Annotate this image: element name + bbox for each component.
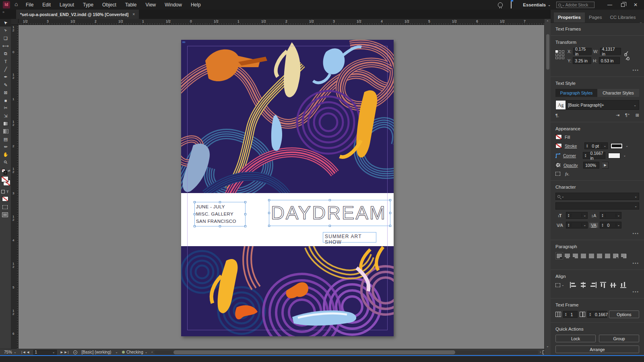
swap-fill-stroke-icon[interactable]: ⇄ (8, 169, 10, 173)
apply-to-icon[interactable] (2, 205, 8, 209)
lock-button[interactable]: Lock (555, 335, 596, 342)
new-style-icon[interactable]: ⊞ (636, 113, 639, 118)
scroll-down-arrow[interactable]: ⌄ (546, 344, 549, 348)
stroke-weight-stepper[interactable]: ▲▼ 0 pt ⌄ (584, 142, 608, 149)
horizontal-scrollbar[interactable] (154, 350, 539, 354)
info-text-frame[interactable]: JUNE - JULY MISC. GALLERY SAN FRANCISCO (194, 202, 246, 226)
last-page-button[interactable]: ▶❘ (64, 350, 69, 354)
share-button[interactable] (511, 1, 512, 8)
justify-right-button[interactable] (596, 252, 603, 259)
previous-page-button[interactable]: ◀ (27, 350, 29, 354)
transform-more-options[interactable]: ••• (555, 68, 639, 72)
gradient-feather-tool[interactable] (0, 128, 11, 135)
menu-item[interactable]: Table (125, 2, 137, 8)
stroke-style-swatch[interactable] (611, 143, 623, 149)
preflight-profile[interactable]: [Basic] (working) (81, 350, 111, 354)
align-vertical-centers-button[interactable] (610, 282, 617, 288)
hand-tool[interactable]: ✋ (0, 151, 11, 158)
align-to-dropdown[interactable]: ⌄ (555, 283, 564, 287)
formatting-affects-container-icon[interactable] (1, 190, 5, 193)
justify-center-button[interactable] (588, 252, 595, 259)
align-horizontal-centers-button[interactable] (580, 282, 586, 288)
constrain-proportions-icon[interactable] (624, 49, 630, 62)
scroll-left-arrow[interactable]: ‹ (151, 350, 153, 354)
menu-item[interactable]: File (26, 2, 33, 8)
formatting-affects-text-icon[interactable]: T (6, 190, 9, 194)
align-left-edges-button[interactable] (570, 282, 576, 288)
pencil-tool[interactable]: ✎ (0, 81, 11, 88)
gap-tool[interactable]: ⟷ (0, 42, 11, 50)
stroke-link[interactable]: Stroke (565, 144, 582, 148)
free-transform-tool[interactable]: ⇲ (0, 112, 11, 120)
opacity-link[interactable]: Opacity (564, 163, 580, 168)
frame-tool[interactable]: ⊠ (0, 89, 11, 97)
line-tool[interactable]: ╱ (0, 66, 11, 73)
align-right-button[interactable] (572, 252, 579, 259)
gradient-swatch-tool[interactable] (0, 120, 11, 128)
menu-item[interactable]: View (145, 2, 156, 8)
font-family-dropdown[interactable]: ⌄⌄ (555, 193, 639, 200)
fill-color-swatch[interactable] (555, 134, 562, 140)
align-away-spine-button[interactable] (620, 252, 627, 259)
tab-close-icon[interactable]: × (132, 12, 135, 16)
paragraph-more-options[interactable]: ••• (555, 261, 639, 265)
workspace-switcher[interactable]: Essentials⌄ (517, 2, 556, 7)
fill-swatch[interactable] (1, 176, 8, 182)
character-styles-tab[interactable]: Character Styles (597, 89, 639, 97)
preflight-icon[interactable] (73, 350, 77, 354)
apply-none-button[interactable] (2, 196, 8, 202)
y-position-field[interactable]: 3.25 in (573, 57, 591, 64)
corner-shape-swatch[interactable] (608, 153, 620, 158)
leading-stepper[interactable]: ▲▼⌄ (600, 212, 621, 219)
group-button[interactable]: Group (599, 335, 639, 342)
align-right-edges-button[interactable] (590, 282, 597, 288)
learn-lightbulb-icon[interactable] (498, 2, 503, 7)
document-tab[interactable]: *set-up-a-postcard_END_V2.indd @ 150% [C… (16, 10, 139, 19)
corner-radius-stepper[interactable]: ▲▼ 0.1667 in (583, 152, 605, 159)
subtitle-text-frame[interactable]: SUMMER ART SHOW (323, 232, 376, 243)
menu-item[interactable]: Edit (42, 2, 51, 8)
ruler-origin-corner[interactable] (11, 19, 19, 25)
next-page-button[interactable]: ▶ (61, 350, 63, 354)
align-towards-spine-button[interactable] (612, 252, 619, 259)
align-more-options[interactable]: ••• (555, 290, 639, 294)
content-collector-tool[interactable]: ⧉ (0, 50, 11, 58)
postcard-page[interactable]: ∞ (181, 40, 394, 336)
rectangle-tool[interactable]: ■ (0, 97, 11, 104)
pasteboard[interactable]: ∞ JUNE - JULY MISC. GALLERY SAN FRANCISC… (19, 25, 544, 349)
height-field[interactable]: 0.53 in (599, 57, 620, 64)
fx-label[interactable]: fx. (565, 171, 570, 176)
align-top-edges-button[interactable] (600, 282, 607, 288)
x-position-field[interactable]: 0.175 in (573, 48, 592, 55)
close-button[interactable]: ✕ (634, 2, 638, 8)
scissors-tool[interactable]: ✂ (0, 104, 11, 112)
direct-selection-tool[interactable]: ➢ (0, 27, 11, 34)
tracking-stepper[interactable]: ▲▼0⌄ (600, 222, 621, 228)
eyedropper-tool[interactable]: ✐ (0, 143, 11, 151)
menu-item[interactable]: Help (191, 2, 201, 8)
horizontal-ruler[interactable]: 1/231/221/211/201/211/221/231/241/251/26… (19, 19, 544, 25)
tab-properties[interactable]: Properties (554, 12, 585, 23)
selection-tool[interactable]: ➤ (0, 19, 11, 27)
opacity-field[interactable]: 100% (583, 162, 599, 169)
first-page-button[interactable]: ❘◀ (21, 350, 25, 354)
font-size-stepper[interactable]: ▲▼⌄ (566, 212, 588, 219)
align-left-button[interactable] (555, 252, 563, 259)
corner-link[interactable]: Corner (563, 153, 580, 158)
width-field[interactable]: 4.1317 in (600, 48, 621, 55)
redefine-style-icon[interactable]: ¶⁺ (625, 113, 630, 118)
title-text-frame[interactable]: DAYDREAM (269, 200, 390, 226)
scrollbar-thumb[interactable] (173, 350, 455, 354)
effects-frame-icon[interactable] (555, 172, 560, 176)
menu-item[interactable]: Object (102, 2, 116, 8)
note-tool[interactable]: ▤ (0, 135, 11, 143)
justify-left-button[interactable] (580, 252, 587, 259)
zoom-level[interactable]: 75%⌄ (4, 350, 17, 354)
opacity-expand-button[interactable]: ▶ (602, 162, 609, 169)
character-more-options[interactable]: ••• (555, 231, 639, 236)
page-tool[interactable]: ❏ (0, 35, 11, 42)
menu-item[interactable]: Type (83, 2, 93, 8)
tab-pages[interactable]: Pages (585, 12, 606, 23)
menu-item[interactable]: Window (165, 2, 182, 8)
preflight-status[interactable]: Checking (126, 350, 143, 354)
